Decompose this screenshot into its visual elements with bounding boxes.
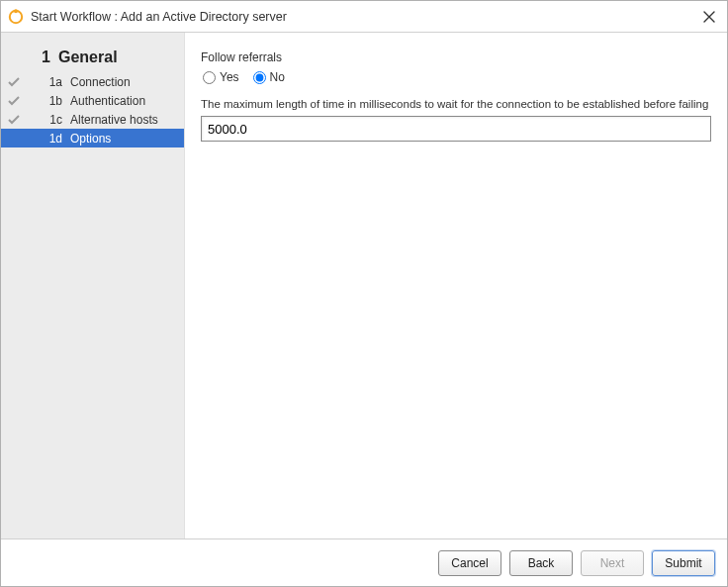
section-number: 1: [1, 49, 50, 66]
step-id: 1a: [27, 75, 62, 89]
section-label: General: [58, 49, 118, 66]
sidebar-item-authentication[interactable]: 1b Authentication: [1, 91, 184, 110]
section-header: 1 General: [1, 45, 184, 72]
timeout-input[interactable]: [201, 116, 711, 142]
window-title: Start Workflow : Add an Active Directory…: [31, 10, 699, 24]
follow-referrals-group: Yes No: [203, 70, 711, 84]
footer-bar: Cancel Back Next Submit: [1, 538, 727, 586]
step-id: 1b: [27, 94, 62, 108]
radio-yes-input[interactable]: [203, 71, 216, 84]
dialog-body: 1 General 1a Connection 1b Authenticatio…: [1, 33, 727, 538]
step-list: 1a Connection 1b Authentication 1c Alter…: [1, 72, 184, 147]
step-label: Options: [70, 132, 111, 146]
step-label: Connection: [70, 75, 131, 89]
follow-referrals-no[interactable]: No: [253, 70, 285, 84]
step-label: Alternative hosts: [70, 113, 158, 127]
svg-point-1: [14, 9, 18, 13]
title-bar: Start Workflow : Add an Active Directory…: [1, 1, 727, 33]
next-button: Next: [581, 550, 644, 576]
follow-referrals-yes[interactable]: Yes: [203, 70, 239, 84]
step-label: Authentication: [70, 94, 145, 108]
step-id: 1c: [27, 113, 62, 127]
radio-yes-label: Yes: [220, 70, 239, 84]
wizard-sidebar: 1 General 1a Connection 1b Authenticatio…: [1, 33, 185, 538]
content-pane: Follow referrals Yes No The maximum leng…: [185, 33, 727, 538]
check-icon: [1, 96, 27, 106]
cancel-button[interactable]: Cancel: [438, 550, 501, 576]
dialog-window: Start Workflow : Add an Active Directory…: [0, 0, 728, 587]
check-icon: [1, 77, 27, 87]
back-button[interactable]: Back: [509, 550, 573, 576]
timeout-label: The maximum length of time in millisecon…: [201, 98, 711, 110]
app-icon: [7, 8, 25, 26]
sidebar-item-connection[interactable]: 1a Connection: [1, 72, 184, 91]
submit-button[interactable]: Submit: [652, 550, 715, 576]
sidebar-item-alternative-hosts[interactable]: 1c Alternative hosts: [1, 110, 184, 129]
radio-no-input[interactable]: [253, 71, 266, 84]
step-id: 1d: [27, 132, 62, 146]
follow-referrals-label: Follow referrals: [201, 50, 711, 64]
sidebar-item-options[interactable]: 1d Options: [1, 129, 184, 147]
close-icon[interactable]: [699, 7, 719, 27]
check-icon: [1, 115, 27, 125]
radio-no-label: No: [270, 70, 285, 84]
